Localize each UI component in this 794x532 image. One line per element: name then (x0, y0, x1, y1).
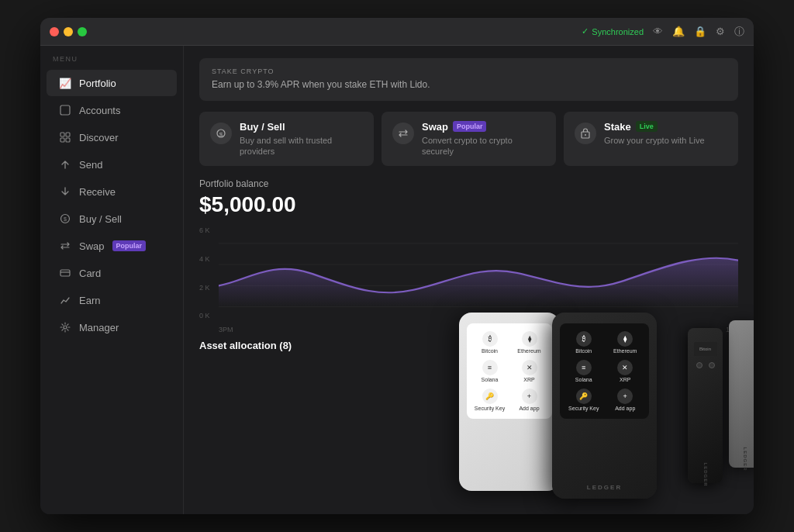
sidebar-item-label-receive: Receive (79, 186, 116, 198)
earn-icon (59, 294, 71, 306)
chart-x-label-11p: 11P (726, 326, 738, 333)
minimize-button[interactable] (64, 27, 73, 36)
svg-rect-7 (60, 270, 70, 276)
sidebar-item-portfolio[interactable]: 📈 Portfolio (47, 70, 177, 96)
portfolio-icon: 📈 (59, 77, 71, 89)
send-icon (59, 158, 71, 171)
sidebar-item-receive[interactable]: Receive (47, 178, 177, 205)
sync-label: Synchronized (592, 27, 644, 36)
close-button[interactable] (50, 27, 59, 36)
app-window: ✓ Synchronized 👁 🔔 🔒 ⚙ ⓘ MENU 📈 Portfoli… (40, 18, 754, 514)
buy-sell-card[interactable]: $ Buy / Sell Buy and sell with trusted p… (199, 112, 374, 167)
sidebar-item-label-send: Send (79, 159, 102, 171)
sync-status: ✓ Synchronized (582, 26, 644, 36)
buy-sell-card-desc: Buy and sell with trusted providers (240, 135, 363, 157)
chart-svg (199, 226, 738, 320)
chart-y-axis: 6 K 4 K 2 K 0 K (199, 226, 210, 320)
receive-icon (59, 185, 71, 198)
buy-sell-card-info: Buy / Sell Buy and sell with trusted pro… (240, 121, 363, 157)
stake-description: Earn up to 3.9% APR when you stake ETH w… (212, 78, 726, 92)
sidebar-item-label-card: Card (79, 268, 101, 279)
chart-x-axis: 3PM 7P 11P (199, 326, 738, 333)
sync-icon: ✓ (582, 26, 589, 36)
stake-label: STAKE CRYPTO (212, 67, 726, 75)
swap-card-badge: Popular (453, 121, 487, 132)
svg-rect-3 (60, 138, 64, 142)
sidebar: MENU 📈 Portfolio Accounts Discover (40, 46, 184, 514)
svg-rect-0 (60, 105, 70, 115)
stake-card[interactable]: Stake Live Grow your crypto with Live (564, 112, 738, 167)
sidebar-item-label-portfolio: Portfolio (79, 78, 116, 89)
swap-card-info: Swap Popular Convert crypto to crypto se… (422, 121, 545, 157)
swap-card-title-text: Swap (422, 121, 448, 133)
sidebar-item-discover[interactable]: Discover (47, 124, 177, 150)
eye-icon[interactable]: 👁 (653, 26, 663, 37)
maximize-button[interactable] (78, 27, 87, 36)
buy-sell-card-icon: $ (210, 123, 232, 144)
stake-card-desc: Grow your crypto with Live (604, 135, 705, 146)
svg-text:$: $ (219, 130, 223, 137)
svg-point-13 (585, 134, 586, 136)
sidebar-item-manager[interactable]: Manager (47, 314, 177, 340)
swap-card[interactable]: Swap Popular Convert crypto to crypto se… (381, 112, 556, 167)
app-body: MENU 📈 Portfolio Accounts Discover (40, 46, 754, 514)
menu-label: MENU (40, 55, 183, 69)
sidebar-item-buy-sell[interactable]: $ Buy / Sell (47, 206, 177, 232)
swap-card-desc: Convert crypto to crypto securely (422, 135, 545, 157)
chart-y-label-2k: 2 K (199, 284, 210, 292)
portfolio-label: Portfolio balance (199, 178, 738, 189)
title-bar: ✓ Synchronized 👁 🔔 🔒 ⚙ ⓘ (40, 18, 754, 46)
chart-y-label-0k: 0 K (199, 312, 210, 320)
action-cards-row: $ Buy / Sell Buy and sell with trusted p… (199, 112, 738, 167)
chart-y-label-6k: 6 K (199, 226, 210, 234)
sidebar-item-label-earn: Earn (79, 295, 100, 306)
swap-icon (59, 240, 71, 252)
stake-card-title: Stake Live (604, 121, 705, 133)
portfolio-chart: 6 K 4 K 2 K 0 K (199, 226, 738, 320)
card-icon (59, 267, 71, 279)
swap-card-icon (392, 123, 414, 144)
window-controls (50, 27, 87, 36)
manager-icon (59, 321, 71, 333)
swap-card-title: Swap Popular (422, 121, 545, 133)
svg-rect-1 (60, 133, 64, 136)
status-bar: ✓ Synchronized 👁 🔔 🔒 ⚙ ⓘ (582, 25, 744, 39)
sidebar-item-label-buy-sell: Buy / Sell (79, 213, 122, 225)
sidebar-item-earn[interactable]: Earn (47, 287, 177, 313)
info-icon[interactable]: ⓘ (734, 25, 744, 39)
svg-text:$: $ (64, 216, 67, 222)
portfolio-section: Portfolio balance $5,000.00 6 K 4 K 2 K … (199, 178, 738, 320)
bell-icon[interactable]: 🔔 (672, 26, 685, 37)
discover-icon (59, 131, 71, 143)
stake-card-badge: Live (636, 121, 658, 132)
stake-card-title-text: Stake (604, 121, 631, 133)
main-content: STAKE CRYPTO Earn up to 3.9% APR when yo… (184, 46, 754, 514)
sidebar-item-label-discover: Discover (79, 132, 119, 143)
svg-rect-2 (66, 133, 70, 136)
buy-sell-card-title: Buy / Sell (240, 121, 363, 133)
settings-icon[interactable]: ⚙ (716, 26, 725, 37)
asset-allocation-label: Asset allocation (8) (199, 332, 738, 356)
accounts-icon (59, 104, 71, 116)
buy-sell-icon: $ (59, 212, 71, 225)
chart-x-label-3pm: 3PM (219, 326, 233, 333)
svg-rect-4 (66, 138, 70, 142)
lock-icon[interactable]: 🔒 (694, 26, 706, 37)
sidebar-item-label-swap: Swap (79, 240, 105, 252)
stake-card-icon (575, 123, 596, 144)
swap-popular-badge: Popular (112, 240, 147, 251)
chart-y-label-4k: 4 K (199, 255, 210, 263)
svg-point-9 (64, 326, 67, 329)
stake-banner[interactable]: STAKE CRYPTO Earn up to 3.9% APR when yo… (199, 58, 738, 101)
sidebar-item-accounts[interactable]: Accounts (47, 97, 177, 123)
chart-x-label-7p: 7P (475, 326, 484, 333)
sidebar-item-swap[interactable]: Swap Popular (47, 233, 177, 259)
stake-card-info: Stake Live Grow your crypto with Live (604, 121, 705, 146)
sidebar-item-card[interactable]: Card (47, 260, 177, 286)
sidebar-item-send[interactable]: Send (47, 151, 177, 178)
sidebar-item-label-manager: Manager (79, 322, 119, 333)
portfolio-value: $5,000.00 (199, 192, 738, 217)
sidebar-item-label-accounts: Accounts (79, 105, 120, 116)
